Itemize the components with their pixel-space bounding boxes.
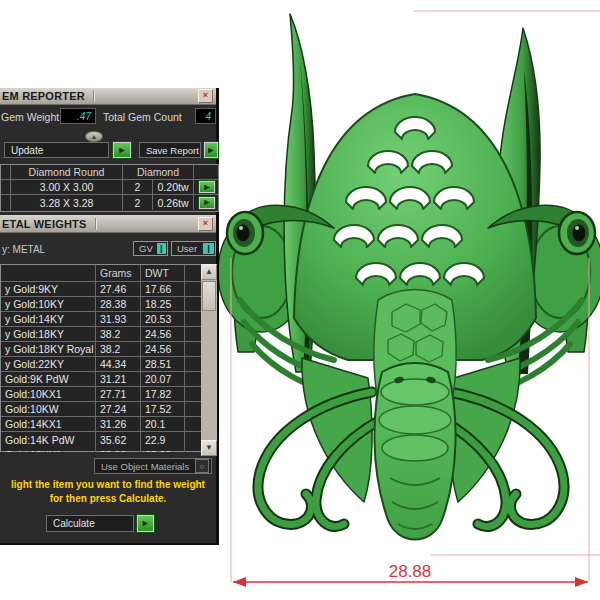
total-gem-count-value: 4	[195, 108, 216, 124]
metal-name: y Gold:10KY	[1, 297, 96, 311]
gem-reporter-title: EM REPORTER	[0, 90, 85, 102]
scroll-down-icon[interactable]: ▼	[201, 440, 217, 456]
use-object-materials-dropdown[interactable]: Use Object Materials ○	[94, 458, 212, 474]
close-icon[interactable]: ×	[198, 89, 213, 103]
calculate-run-icon[interactable]: ►	[137, 515, 154, 532]
metal-table-row[interactable]: y Gold:18KY38.224.56	[1, 327, 201, 342]
metal-table-row[interactable]: y Gold:9KY27.4617.66	[1, 282, 201, 297]
gem-row-stub	[1, 195, 11, 210]
scrollbar-thumb[interactable]	[202, 281, 216, 311]
metal-row-extra	[185, 402, 202, 416]
materials-picker-icon: ○	[195, 459, 209, 473]
metal-row-extra	[185, 432, 202, 447]
gem-weight-value: .47	[60, 108, 96, 124]
dragon-left-eye	[227, 212, 263, 254]
gem-total-weight: 0.26tw	[153, 195, 194, 210]
gem-reporter-titlebar[interactable]: EM REPORTER ×	[0, 88, 216, 105]
save-report-button[interactable]: Save Report	[139, 142, 201, 158]
metal-dwt: 20.1	[141, 417, 185, 431]
gem-row-stub	[1, 180, 11, 194]
metal-table-row[interactable]: Gold:18KX138.9325.03	[1, 447, 202, 452]
gv-toggle-indicator-icon: ❙	[157, 243, 166, 254]
metal-grams: 38.93	[96, 447, 141, 452]
metal-row-extra	[185, 387, 202, 401]
metal-name: y Gold:18KY Royal	[1, 342, 96, 356]
metal-table-row[interactable]: y Gold:14KY31.9320.53	[1, 312, 201, 327]
titlebar-divider	[95, 218, 96, 230]
metal-row-extra	[185, 327, 202, 341]
metal-row-extra	[185, 282, 202, 296]
gem-count: 2	[123, 180, 153, 194]
gem-row-run-icon[interactable]: ►	[199, 181, 215, 193]
metal-dwt: 17.66	[141, 282, 185, 296]
metal-table-row[interactable]: Gold:10KW27.2417.52	[1, 402, 201, 417]
metal-table-row[interactable]: Gold:9K PdW31.2120.07	[1, 372, 201, 387]
metal-name: Gold:18KX1	[1, 447, 96, 452]
metal-name: y Gold:22KY	[1, 357, 96, 371]
metal-name: Gold:14K PdW	[1, 432, 96, 447]
gv-toggle-button[interactable]: GV ❙	[133, 241, 168, 256]
application-viewport: 28.88 EM REPORTER × Gem Weight .47 Total…	[0, 0, 600, 600]
user-toggle-button[interactable]: User ❙	[171, 241, 216, 256]
instruction-line-2: for then press Calculate.	[0, 493, 216, 504]
metal-name: y Gold:9KY	[1, 282, 96, 296]
metal-dwt: 17.52	[141, 402, 185, 416]
gem-size: 3.28 X 3.28	[11, 195, 123, 210]
gem-total-weight: 0.20tw	[153, 180, 194, 194]
metal-name: Gold:14KX1	[1, 417, 96, 431]
scroll-up-icon[interactable]: ▲	[201, 264, 217, 280]
gem-table-row[interactable]: 3.28 X 3.2820.26tw►	[1, 195, 218, 210]
dragon-right-eye	[559, 212, 595, 254]
metal-col-dwt: DWT	[141, 265, 185, 281]
collapse-handle-icon[interactable]: ▲	[85, 131, 103, 142]
instruction-line-1: light the item you want to find the weig…	[0, 479, 216, 490]
metal-table-row[interactable]: y Gold:10KY28.3818.25	[1, 297, 201, 312]
calculate-button[interactable]: Calculate	[46, 515, 134, 532]
metal-grams: 31.21	[96, 372, 141, 386]
metal-dwt: 28.51	[141, 357, 185, 371]
metal-name: y Gold:14KY	[1, 312, 96, 326]
metal-name: y Gold:18KY	[1, 327, 96, 341]
metal-table-row[interactable]: y Gold:22KY44.3428.51	[1, 357, 201, 372]
metal-row-extra	[185, 372, 202, 386]
metal-col-grams: Grams	[96, 265, 141, 281]
gem-size: 3.00 X 3.00	[11, 180, 123, 194]
gem-row-action: ►	[194, 195, 220, 210]
metal-grams: 28.38	[96, 297, 141, 311]
metal-table-row[interactable]: Gold:14KX131.2620.1	[1, 417, 201, 432]
update-button[interactable]: Update	[4, 142, 109, 158]
gem-count: 2	[123, 195, 153, 210]
metal-name: Gold:10KX1	[1, 387, 96, 401]
metal-row-extra	[185, 297, 202, 311]
metal-table-row[interactable]: y Gold:18KY Royal38.224.56	[1, 342, 201, 357]
metal-table-row[interactable]: Gold:14K PdW35.6222.9	[1, 432, 201, 447]
metal-table-row[interactable]: Gold:10KX127.7117.82	[1, 387, 201, 402]
metal-grams: 27.46	[96, 282, 141, 296]
close-icon[interactable]: ×	[198, 217, 213, 231]
dragon-head-model	[218, 14, 600, 540]
metal-weights-titlebar[interactable]: ETAL WEIGHTS ×	[0, 215, 216, 233]
gem-row-run-icon[interactable]: ►	[199, 197, 215, 209]
metal-name: Gold:10KW	[1, 402, 96, 416]
metal-row-extra	[185, 417, 202, 431]
metal-dwt: 20.53	[141, 312, 185, 326]
update-run-icon[interactable]: ►	[113, 142, 131, 158]
metal-grams: 38.2	[96, 342, 141, 356]
gem-col-header: Diamond Round	[11, 165, 123, 179]
metal-table-scrollbar[interactable]: ▲ ▼	[201, 264, 217, 456]
gem-table-row[interactable]: 3.00 X 3.0020.20tw►	[1, 180, 218, 195]
gem-col-header: Diamond	[123, 165, 194, 179]
metal-grams: 27.71	[96, 387, 141, 401]
metal-grams: 31.93	[96, 312, 141, 326]
metal-dwt: 17.82	[141, 387, 185, 401]
titlebar-divider	[93, 90, 94, 102]
metal-row-partial[interactable]: Gold:18KX138.9325.03	[1, 447, 202, 452]
gem-row-action: ►	[194, 180, 220, 194]
user-toggle-indicator-icon: ❙	[203, 243, 214, 254]
metal-grams: 31.26	[96, 417, 141, 431]
metal-name: Gold:9K PdW	[1, 372, 96, 386]
metal-category-label: y: METAL	[2, 244, 45, 255]
gem-weight-label: Gem Weight	[1, 111, 59, 123]
metal-dwt: 25.03	[141, 447, 185, 452]
save-report-run-icon[interactable]: ►	[204, 142, 218, 158]
